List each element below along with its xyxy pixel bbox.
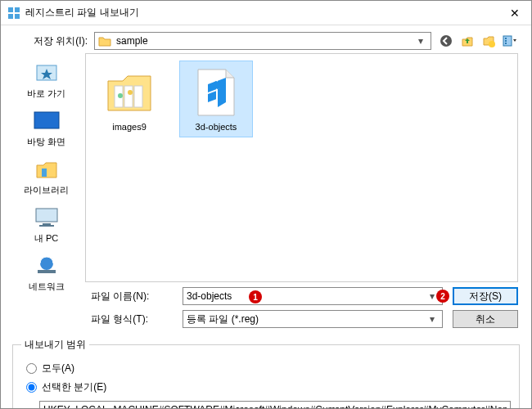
quickaccess-icon bbox=[32, 60, 61, 86]
filename-label: 파일 이름(N): bbox=[91, 290, 173, 303]
filename-combo[interactable]: 3d-objects ▾ 1 bbox=[183, 287, 443, 305]
svg-point-24 bbox=[118, 93, 123, 98]
location-text: sample bbox=[116, 35, 414, 47]
new-folder-icon[interactable] bbox=[480, 33, 497, 49]
file-item-regfile[interactable]: 3d-objects bbox=[179, 61, 253, 137]
filetype-combo[interactable]: 등록 파일 (*.reg) ▾ bbox=[183, 310, 443, 328]
radio-all-label: 모두(A) bbox=[42, 362, 74, 375]
svg-rect-9 bbox=[505, 43, 507, 44]
nav-toolbar bbox=[438, 33, 518, 49]
location-row: 저장 위치(I): sample ▾ bbox=[1, 25, 531, 53]
file-item-label: images9 bbox=[112, 122, 147, 132]
app-icon bbox=[7, 7, 20, 20]
up-icon[interactable] bbox=[459, 33, 476, 49]
export-range-fieldset: 내보내기 범위 모두(A) 선택한 분기(E) bbox=[12, 338, 520, 409]
sidebar-item-label: 바탕 화면 bbox=[27, 136, 65, 148]
svg-point-4 bbox=[440, 35, 452, 47]
places-sidebar: 바로 가기 바탕 화면 라이브러리 내 PC 네트워크 bbox=[7, 53, 85, 282]
location-combo[interactable]: sample ▾ bbox=[94, 32, 431, 50]
title-bar: 레지스트리 파일 내보내기 ✕ bbox=[1, 1, 531, 25]
svg-rect-17 bbox=[39, 225, 54, 227]
file-pane[interactable]: images9 3d-objects bbox=[85, 53, 518, 282]
file-item-label: 3d-objects bbox=[196, 122, 237, 132]
sidebar-item-libraries[interactable]: 라이브러리 bbox=[24, 156, 69, 196]
close-icon[interactable]: ✕ bbox=[505, 7, 525, 20]
svg-rect-21 bbox=[124, 86, 133, 107]
svg-rect-16 bbox=[43, 223, 51, 225]
main-area: 바로 가기 바탕 화면 라이브러리 내 PC 네트워크 images9 bbox=[1, 53, 531, 282]
export-range-radios: 모두(A) 선택한 분기(E) bbox=[26, 362, 511, 394]
branch-path-input[interactable] bbox=[39, 401, 511, 409]
window-title: 레지스트리 파일 내보내기 bbox=[25, 6, 505, 20]
save-button[interactable]: 저장(S) bbox=[453, 287, 518, 305]
desktop-icon bbox=[32, 108, 61, 134]
filename-value: 3d-objects bbox=[187, 290, 426, 302]
svg-rect-1 bbox=[15, 7, 20, 12]
svg-point-5 bbox=[489, 41, 495, 47]
svg-rect-12 bbox=[34, 112, 59, 128]
libraries-icon bbox=[32, 156, 61, 182]
export-range-legend: 내보내기 범위 bbox=[21, 338, 89, 352]
svg-rect-19 bbox=[38, 270, 56, 273]
sidebar-item-label: 네트워크 bbox=[29, 281, 65, 293]
cancel-button[interactable]: 취소 bbox=[453, 310, 518, 328]
radio-selected[interactable]: 선택한 분기(E) bbox=[26, 380, 511, 394]
radio-all-input[interactable] bbox=[26, 363, 37, 374]
sidebar-item-label: 라이브러리 bbox=[24, 184, 69, 196]
filetype-value: 등록 파일 (*.reg) bbox=[187, 312, 426, 326]
pc-icon bbox=[32, 204, 61, 231]
svg-rect-8 bbox=[505, 40, 507, 42]
chevron-down-icon: ▾ bbox=[414, 35, 427, 47]
svg-rect-22 bbox=[134, 86, 142, 107]
svg-rect-7 bbox=[505, 38, 507, 39]
filetype-label: 파일 형식(T): bbox=[91, 312, 173, 326]
svg-rect-3 bbox=[15, 14, 20, 19]
radio-selected-input[interactable] bbox=[26, 382, 37, 393]
sidebar-item-thispc[interactable]: 내 PC bbox=[32, 204, 61, 245]
folder-icon bbox=[98, 34, 111, 47]
radio-all[interactable]: 모두(A) bbox=[26, 362, 511, 375]
sidebar-item-desktop[interactable]: 바탕 화면 bbox=[27, 108, 65, 148]
location-label: 저장 위치(I): bbox=[34, 34, 88, 48]
radio-selected-label: 선택한 분기(E) bbox=[42, 380, 106, 394]
bottom-controls: 파일 이름(N): 3d-objects ▾ 1 저장(S) 2 파일 형식(T… bbox=[1, 282, 531, 333]
back-icon[interactable] bbox=[438, 33, 454, 49]
svg-rect-2 bbox=[8, 14, 13, 19]
sidebar-item-label: 바로 가기 bbox=[27, 88, 65, 100]
svg-rect-0 bbox=[8, 7, 13, 12]
svg-point-23 bbox=[128, 90, 133, 95]
svg-rect-14 bbox=[42, 169, 47, 177]
chevron-down-icon: ▾ bbox=[426, 313, 439, 325]
network-icon bbox=[32, 253, 61, 279]
folder-icon bbox=[103, 66, 156, 119]
regfile-icon bbox=[190, 66, 242, 119]
sidebar-item-quickaccess[interactable]: 바로 가기 bbox=[27, 60, 65, 100]
sidebar-item-label: 내 PC bbox=[34, 232, 58, 245]
annotation-badge-2: 2 bbox=[436, 290, 449, 303]
annotation-badge-1: 1 bbox=[249, 290, 262, 303]
svg-rect-6 bbox=[503, 36, 512, 46]
sidebar-item-network[interactable]: 네트워크 bbox=[29, 253, 65, 293]
view-menu-icon[interactable] bbox=[502, 33, 518, 49]
svg-rect-15 bbox=[36, 209, 57, 222]
file-item-folder[interactable]: images9 bbox=[92, 61, 166, 137]
